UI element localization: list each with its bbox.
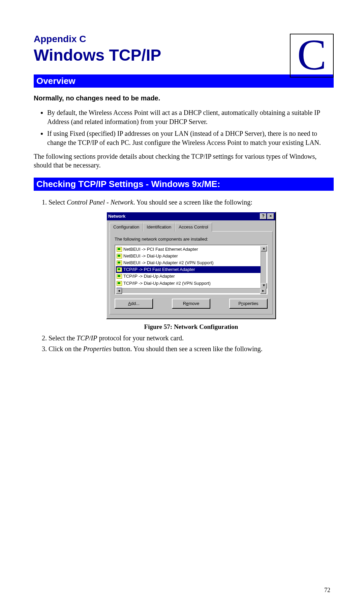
tab-identification[interactable]: Identification: [143, 223, 175, 232]
section-bar-checking: Checking TCP/IP Settings - Windows 9x/ME…: [34, 178, 334, 191]
tab-access-control[interactable]: Access Control: [175, 223, 212, 232]
dialog-title: Network: [108, 213, 125, 219]
protocol-icon: [117, 247, 122, 252]
appendix-letter-box: C: [290, 34, 334, 78]
protocol-icon: [117, 254, 122, 258]
scroll-up-icon[interactable]: ▲: [261, 246, 267, 251]
scroll-left-icon[interactable]: ◄: [116, 288, 122, 294]
protocol-icon: [117, 281, 122, 286]
list-item[interactable]: NetBEUI -> Dial-Up Adapter #2 (VPN Suppo…: [116, 259, 261, 266]
horizontal-scrollbar[interactable]: ◄ ►: [116, 288, 266, 293]
remove-button[interactable]: Remove: [172, 299, 210, 309]
dialog-titlebar: Network ? ×: [107, 212, 275, 220]
dialog-tabs: Configuration Identification Access Cont…: [110, 222, 273, 231]
network-dialog: Network ? × Configuration Identification…: [106, 212, 276, 319]
step-text: Select: [49, 198, 67, 206]
overview-subheading: Normally, no changes need to be made.: [34, 94, 334, 102]
overview-bullets: By default, the Wireless Access Point wi…: [34, 108, 334, 147]
list-item[interactable]: NetBEUI -> Dial-Up Adapter: [116, 253, 261, 259]
step-text: protocol for your network card.: [97, 334, 184, 342]
add-button[interactable]: Add...: [115, 299, 153, 309]
protocol-icon: [117, 260, 122, 265]
step-italic: Control Panel - Network: [67, 198, 133, 206]
step-2: Select the TCP/IP protocol for your netw…: [49, 333, 334, 343]
list-item-label: TCP/IP -> Dial-Up Adapter #2 (VPN Suppor…: [123, 280, 211, 286]
appendix-label: Appendix C: [34, 34, 334, 44]
figure-caption: Figure 57: Network Configuration: [49, 323, 334, 332]
list-item-label: NetBEUI -> Dial-Up Adapter: [123, 253, 178, 259]
protocol-icon: [117, 274, 122, 279]
vertical-scrollbar[interactable]: ▲ ▼: [261, 246, 266, 288]
steps-list: Select Control Panel - Network. You shou…: [34, 197, 334, 354]
properties-button[interactable]: Properties: [229, 299, 268, 309]
list-item-label: TCP/IP -> Dial-Up Adapter: [123, 273, 175, 279]
btn-rest: dd...: [131, 301, 140, 306]
list-item-label: NetBEUI -> Dial-Up Adapter #2 (VPN Suppo…: [123, 260, 214, 266]
protocol-icon: [117, 267, 122, 272]
list-item[interactable]: TCP/IP -> Dial-Up Adapter #2 (VPN Suppor…: [116, 280, 261, 287]
list-label: The following network components are ins…: [115, 236, 268, 242]
close-icon[interactable]: ×: [267, 213, 274, 219]
list-item-label: TCP/IP -> PCI Fast Ethernet Adapter: [123, 267, 195, 273]
overview-bullet: If using Fixed (specified) IP addresses …: [47, 129, 334, 147]
page-title: Windows TCP/IP: [34, 46, 334, 64]
step-3: Click on the Properties button. You shou…: [49, 344, 334, 354]
page-number: 72: [324, 587, 330, 594]
tab-configuration[interactable]: Configuration: [110, 223, 143, 232]
step-italic: TCP/IP: [77, 334, 97, 342]
step-1: Select Control Panel - Network. You shou…: [49, 197, 334, 331]
overview-paragraph: The following sections provide details a…: [34, 152, 334, 170]
step-text: Select the: [49, 334, 77, 342]
list-item[interactable]: NetBEUI -> PCI Fast Ethernet Adapter: [116, 246, 261, 253]
section-bar-overview: Overview: [34, 74, 334, 88]
list-item-label: NetBEUI -> PCI Fast Ethernet Adapter: [123, 246, 198, 252]
figure-wrap: Network ? × Configuration Identification…: [49, 212, 334, 319]
components-listbox[interactable]: NetBEUI -> PCI Fast Ethernet Adapter Net…: [115, 245, 268, 295]
list-item[interactable]: TCP/IP -> Dial-Up Adapter: [116, 273, 261, 280]
step-italic: Properties: [83, 345, 112, 352]
overview-bullet: By default, the Wireless Access Point wi…: [47, 108, 334, 126]
tab-panel: The following network components are ins…: [110, 231, 273, 314]
step-text: . You should see a screen like the follo…: [133, 198, 252, 206]
btn-rest: operties: [243, 301, 258, 306]
step-text: button. You should then see a screen lik…: [111, 345, 262, 352]
scroll-right-icon[interactable]: ►: [260, 288, 266, 294]
step-text: Click on the: [49, 345, 83, 352]
btn-rest: move: [188, 301, 199, 306]
list-item-selected[interactable]: TCP/IP -> PCI Fast Ethernet Adapter: [116, 266, 261, 273]
help-icon[interactable]: ?: [260, 213, 267, 219]
scroll-down-icon[interactable]: ▼: [261, 283, 267, 288]
